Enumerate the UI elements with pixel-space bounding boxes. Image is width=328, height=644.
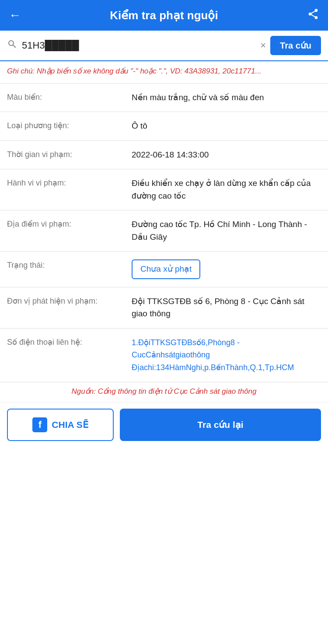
row-value: Ô tô xyxy=(125,112,328,141)
retry-button[interactable]: Tra cứu lại xyxy=(120,409,321,441)
phone-link[interactable]: 1.ĐộiTTKSGTĐBsố6,Phòng8 -CucCảnhsátgiaot… xyxy=(132,336,321,374)
page-title: Kiểm tra phạt nguội xyxy=(21,9,307,22)
search-icon xyxy=(7,39,17,52)
share-label: CHIA SẼ xyxy=(52,420,88,430)
info-table: Màu biển:Nền màu trắng, chữ và số màu đe… xyxy=(0,83,328,382)
facebook-icon: f xyxy=(32,417,47,432)
status-badge: Chưa xử phạt xyxy=(132,259,200,279)
row-value: Điều khiển xe chạy ở làn dừng xe khẩn cấ… xyxy=(125,169,328,210)
search-button[interactable]: Tra cứu xyxy=(270,36,321,55)
table-row: Thời gian vi phạm:2022-06-18 14:33:00 xyxy=(0,140,328,169)
table-row: Đơn vị phát hiện vi phạm:Đội TTKSGTĐB số… xyxy=(0,287,328,328)
row-label: Trạng thái: xyxy=(0,252,125,287)
row-value: 2022-06-18 14:33:00 xyxy=(125,140,328,169)
table-row: Loại phương tiện:Ô tô xyxy=(0,112,328,141)
search-bar: × Tra cứu xyxy=(0,31,328,61)
search-input[interactable] xyxy=(22,40,257,51)
bottom-bar: f CHIA SẼ Tra cứu lại xyxy=(0,402,328,447)
search-note: Ghi chú: Nhập biển số xe không dấu "-" h… xyxy=(0,61,328,83)
row-value: Đường cao tốc Tp. Hồ Chí Minh - Long Thà… xyxy=(125,210,328,252)
table-row: Trạng thái:Chưa xử phạt xyxy=(0,252,328,287)
share-facebook-button[interactable]: f CHIA SẼ xyxy=(7,409,114,441)
row-value: Nền màu trắng, chữ và số màu đen xyxy=(125,83,328,112)
table-row: Hành vi vi phạm:Điều khiển xe chạy ở làn… xyxy=(0,169,328,210)
table-row: Địa điểm vi phạm:Đường cao tốc Tp. Hồ Ch… xyxy=(0,210,328,252)
row-value: Đội TTKSGTĐB số 6, Phòng 8 - Cục Cảnh sá… xyxy=(125,287,328,328)
table-row: Màu biển:Nền màu trắng, chữ và số màu đe… xyxy=(0,83,328,112)
table-row: Số điện thoại liên hệ:1.ĐộiTTKSGTĐBsố6,P… xyxy=(0,328,328,382)
row-label: Đơn vị phát hiện vi phạm: xyxy=(0,287,125,328)
row-label: Loại phương tiện: xyxy=(0,112,125,141)
row-value: Chưa xử phạt xyxy=(125,252,328,287)
row-label: Màu biển: xyxy=(0,83,125,112)
source-note: Nguồn: Cổng thông tin điện tử Cục Cảnh s… xyxy=(0,382,328,402)
row-label: Hành vi vi phạm: xyxy=(0,169,125,210)
search-input-wrap: × xyxy=(22,40,266,51)
row-value[interactable]: 1.ĐộiTTKSGTĐBsố6,Phòng8 -CucCảnhsátgiaot… xyxy=(125,328,328,382)
app-header: ← Kiểm tra phạt nguội xyxy=(0,0,328,31)
row-label: Địa điểm vi phạm: xyxy=(0,210,125,252)
clear-icon[interactable]: × xyxy=(260,40,266,51)
row-label: Số điện thoại liên hệ: xyxy=(0,328,125,382)
row-label: Thời gian vi phạm: xyxy=(0,140,125,169)
back-button[interactable]: ← xyxy=(9,8,21,22)
header-share-icon[interactable] xyxy=(307,8,319,23)
